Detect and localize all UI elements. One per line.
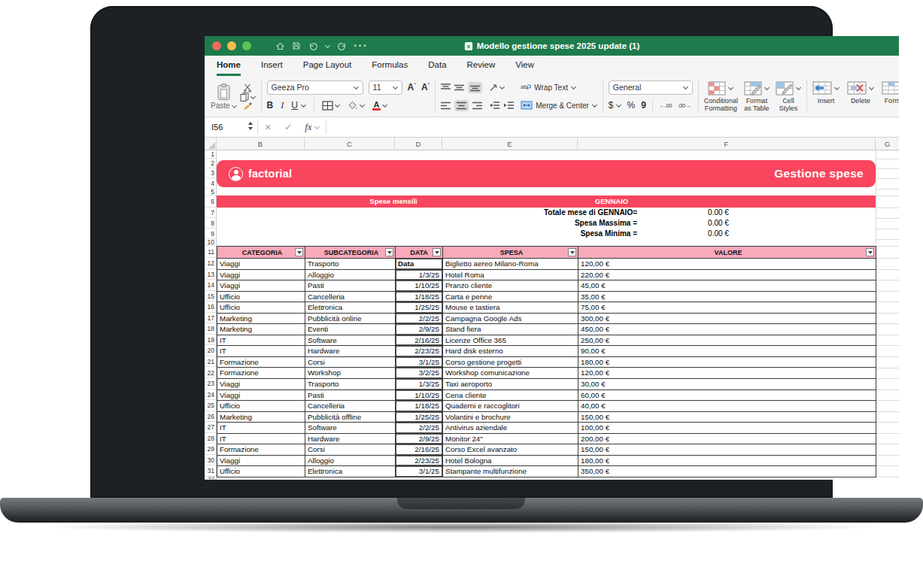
cell[interactable]: 2/16/25 [396, 335, 443, 347]
cell[interactable]: 180,00 € [578, 357, 876, 368]
cell[interactable]: Viaggi [217, 259, 305, 270]
cell[interactable]: Campagna Google Ads [443, 314, 578, 325]
cell[interactable]: 1/18/25 [396, 292, 443, 303]
name-box[interactable]: I56 [205, 117, 257, 137]
cell[interactable]: Pranzo cliente [443, 280, 578, 292]
cell[interactable]: 120,00 € [578, 259, 876, 270]
increase-font-icon[interactable]: Aˆ [408, 82, 416, 92]
tab-home[interactable]: Home [217, 60, 241, 76]
cell[interactable]: Corsi [305, 444, 396, 456]
row-number[interactable]: 8 [205, 218, 216, 229]
comma-style-button[interactable]: 9 [641, 100, 646, 111]
cell[interactable]: 350,00 € [578, 466, 876, 477]
cell[interactable]: Eventi [305, 324, 396, 335]
row-number[interactable]: 20 [205, 345, 216, 356]
select-all-corner[interactable] [205, 138, 217, 150]
cell[interactable]: Carta e penne [443, 292, 578, 303]
percent-button[interactable]: % [627, 100, 636, 111]
cell[interactable]: Viaggi [217, 270, 305, 281]
cell[interactable]: Formazione [217, 357, 305, 368]
cell[interactable]: 2/16/25 [396, 444, 443, 456]
undo-chevron-icon[interactable] [325, 44, 330, 48]
cell[interactable]: Corso Excel avanzato [443, 444, 578, 456]
increase-decimal-icon[interactable]: ←.00 [659, 102, 672, 109]
font-color-icon[interactable]: A [372, 101, 387, 111]
copy-icon[interactable] [240, 92, 256, 102]
row-number[interactable]: 26 [205, 411, 216, 423]
row-number[interactable]: 31 [205, 465, 216, 477]
cell[interactable]: Ufficio [217, 466, 305, 477]
column-header-d[interactable]: D [395, 138, 442, 150]
cell[interactable]: Viaggi [217, 280, 305, 292]
paste-button[interactable]: Paste [211, 83, 237, 110]
cell[interactable]: 220,00 € [578, 270, 876, 281]
total-label[interactable]: Totale mese di GENNAIO= [217, 208, 637, 218]
cell[interactable]: Pubblicità online [305, 314, 396, 325]
decrease-decimal-icon[interactable]: .00→ [678, 102, 691, 109]
align-right-icon[interactable] [472, 102, 482, 110]
row-number[interactable]: 6 [205, 195, 216, 208]
row-number[interactable]: 5 [205, 189, 216, 195]
underline-button[interactable]: U [291, 100, 298, 111]
cell[interactable]: Hardware [305, 434, 396, 445]
cell[interactable]: 2/2/25 [396, 314, 443, 325]
cell[interactable]: Workshop comunicazione [443, 368, 578, 379]
zoom-window-button[interactable] [242, 41, 251, 50]
cell[interactable]: 150,00 € [578, 444, 876, 456]
cell[interactable]: 1/3/25 [396, 379, 443, 390]
name-box-stepper[interactable] [248, 122, 253, 130]
minimize-window-button[interactable] [227, 41, 236, 50]
cell[interactable]: 1/25/25 [396, 412, 443, 423]
cancel-icon[interactable]: × [265, 121, 271, 133]
italic-button[interactable]: I [281, 100, 284, 111]
align-top-icon[interactable] [441, 83, 451, 92]
cell[interactable]: Viaggi [217, 379, 305, 390]
cell[interactable]: Software [305, 423, 396, 434]
row-number[interactable]: 1 [205, 150, 216, 159]
cell[interactable]: Ufficio [217, 292, 305, 303]
header-subcategoria[interactable]: SUBCATEGORIA [305, 247, 396, 259]
row-number[interactable]: 27 [205, 422, 216, 433]
cell[interactable]: Quaderni e raccoglitori [443, 401, 578, 412]
cell[interactable]: Corsi [305, 357, 396, 368]
decrease-indent-icon[interactable] [489, 102, 499, 109]
column-header-b[interactable]: B [217, 138, 305, 150]
redo-icon[interactable] [337, 41, 347, 51]
cell-styles-button[interactable]: CellStyles [776, 79, 801, 112]
enter-icon[interactable]: ✓ [284, 122, 292, 132]
cell[interactable]: 40,00 € [578, 401, 876, 412]
total-value[interactable]: 0.00 € [663, 229, 773, 239]
cell[interactable]: Pubblicità offline [305, 412, 396, 423]
row-number[interactable]: 4 [205, 178, 216, 189]
cell[interactable]: 450,00 € [578, 324, 876, 335]
cell[interactable]: 3/1/25 [396, 466, 443, 477]
cell[interactable]: 180,00 € [578, 456, 876, 467]
row-number[interactable]: 9 [205, 229, 216, 239]
tab-review[interactable]: Review [467, 60, 496, 76]
cell[interactable]: 2/23/25 [396, 456, 443, 467]
cell[interactable]: 3/1/25 [396, 357, 443, 368]
bold-button[interactable]: B [267, 100, 274, 111]
header-categoria[interactable]: CATEGORIA [217, 247, 305, 259]
filter-icon[interactable] [568, 248, 576, 256]
row-number[interactable]: 17 [205, 313, 216, 324]
align-left-icon[interactable] [441, 102, 451, 110]
number-format-select[interactable]: General [609, 80, 693, 95]
row-number[interactable]: 13 [205, 269, 216, 280]
cell[interactable]: Taxi aeroporto [443, 379, 578, 390]
home-icon[interactable] [275, 41, 285, 51]
decrease-font-icon[interactable]: Aˇ [421, 82, 430, 92]
row-number[interactable]: 25 [205, 400, 216, 411]
cell[interactable]: 60,00 € [578, 390, 876, 402]
row-number[interactable]: 23 [205, 378, 216, 389]
cell[interactable]: Hard disk esterno [443, 346, 578, 357]
font-size-select[interactable]: 11 [369, 80, 402, 95]
row-number[interactable]: 11 [205, 246, 216, 258]
header-data[interactable]: DATA [396, 247, 443, 259]
insert-cells-button[interactable]: Insert [812, 79, 840, 105]
cell[interactable]: Stampante multifunzione [443, 466, 578, 477]
row-number[interactable]: 10 [205, 239, 216, 246]
cell[interactable]: 1/10/25 [396, 280, 443, 292]
column-header-g[interactable]: G [876, 138, 899, 150]
fill-color-icon[interactable] [348, 101, 365, 110]
